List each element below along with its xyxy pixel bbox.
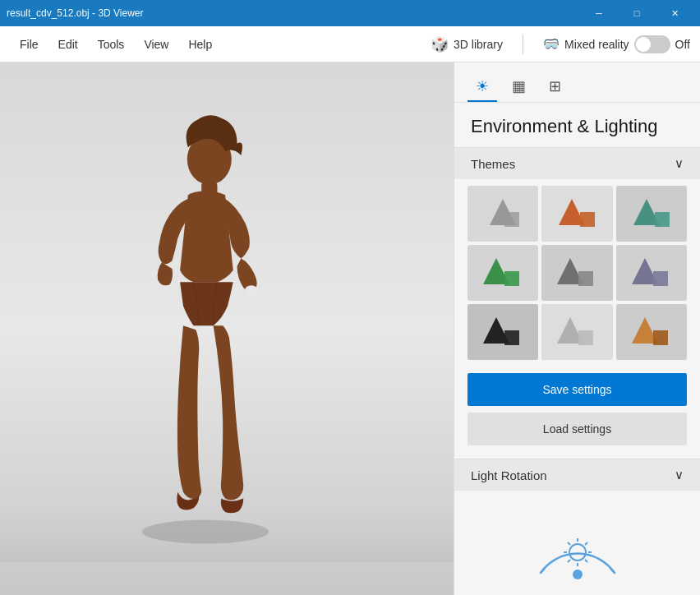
tab-lighting[interactable]: ☀ (467, 72, 497, 102)
menu-right-actions: 🎲 3D library 🥽 Mixed reality Off (431, 35, 690, 54)
svg-rect-13 (578, 271, 593, 286)
menu-edit[interactable]: Edit (48, 33, 88, 56)
minimize-button[interactable]: ─ (580, 0, 618, 26)
right-panel: ☀ ▦ ⊞ Environment & Lighting Themes ∨ (454, 62, 700, 595)
svg-line-31 (585, 542, 587, 545)
svg-line-30 (585, 560, 587, 562)
3d-library-label: 3D library (454, 38, 503, 51)
themes-section-header[interactable]: Themes ∨ (454, 147, 700, 179)
save-settings-button[interactable]: Save settings (467, 373, 687, 406)
svg-rect-7 (580, 212, 595, 227)
svg-rect-17 (504, 330, 519, 345)
svg-rect-9 (655, 212, 670, 227)
tab-grid[interactable]: ⊞ (540, 72, 569, 102)
theme-1[interactable] (467, 186, 538, 242)
mixed-reality-button[interactable]: 🥽 Mixed reality Off (543, 35, 690, 53)
theme-8-icon (555, 314, 598, 350)
menu-tools[interactable]: Tools (88, 33, 135, 56)
toggle-state-label: Off (675, 38, 690, 51)
mixed-reality-toggle[interactable] (634, 35, 670, 53)
theme-4[interactable] (467, 245, 538, 301)
theme-3-icon (630, 196, 673, 232)
theme-4-icon (481, 255, 524, 291)
theme-5[interactable] (541, 245, 612, 301)
mixed-reality-label: Mixed reality (564, 38, 629, 51)
close-button[interactable]: ✕ (656, 0, 693, 26)
stats-tab-icon: ▦ (512, 77, 526, 95)
window-title: result_cdv_512.obj - 3D Viewer (7, 7, 580, 19)
svg-rect-15 (653, 271, 668, 286)
menu-file[interactable]: File (10, 33, 48, 56)
theme-3[interactable] (616, 186, 687, 242)
mixed-reality-icon: 🥽 (543, 36, 560, 52)
3d-figure (66, 112, 345, 556)
tab-stats[interactable]: ▦ (504, 72, 533, 102)
theme-2-icon (555, 196, 598, 232)
env-lighting-title: Environment & Lighting (454, 103, 700, 147)
svg-rect-5 (504, 212, 519, 227)
svg-rect-19 (578, 330, 593, 345)
light-rotation-content (454, 491, 700, 595)
theme-2[interactable] (541, 186, 612, 242)
light-dial[interactable] (454, 491, 700, 589)
svg-point-24 (569, 544, 586, 560)
maximize-button[interactable]: □ (618, 0, 656, 26)
panel-content: Environment & Lighting Themes ∨ (454, 103, 700, 595)
menu-divider (523, 35, 523, 54)
light-rotation-section-header[interactable]: Light Rotation ∨ (454, 459, 700, 491)
svg-point-33 (573, 570, 583, 579)
theme-9[interactable] (616, 304, 687, 360)
figure-container (66, 112, 345, 556)
panel-tabs: ☀ ▦ ⊞ (454, 62, 700, 103)
menu-view[interactable]: View (134, 33, 178, 56)
svg-line-29 (568, 542, 570, 545)
grid-tab-icon: ⊞ (549, 77, 561, 95)
svg-point-3 (245, 285, 257, 295)
3d-library-button[interactable]: 🎲 3D library (431, 35, 503, 53)
menubar: File Edit Tools View Help 🎲 3D library 🥽… (0, 26, 700, 62)
svg-rect-21 (653, 330, 668, 345)
3d-viewport[interactable] (0, 62, 454, 595)
theme-6-icon (630, 255, 673, 291)
toggle-knob (636, 37, 651, 52)
theme-8[interactable] (541, 304, 612, 360)
light-dial-svg (528, 507, 627, 581)
theme-1-icon (481, 196, 524, 232)
floor-shadow (0, 513, 454, 562)
load-settings-button[interactable]: Load settings (467, 413, 687, 445)
theme-6[interactable] (616, 245, 687, 301)
main-area: ☀ ▦ ⊞ Environment & Lighting Themes ∨ (0, 62, 700, 595)
theme-5-icon (555, 255, 598, 291)
window-controls: ─ □ ✕ (580, 0, 693, 26)
svg-line-32 (568, 560, 570, 562)
theme-7[interactable] (467, 304, 538, 360)
lighting-tab-icon: ☀ (476, 77, 489, 95)
light-rotation-chevron-icon: ∨ (675, 468, 684, 482)
menu-help[interactable]: Help (178, 33, 222, 56)
theme-9-icon (630, 314, 673, 350)
titlebar: result_cdv_512.obj - 3D Viewer ─ □ ✕ (0, 0, 700, 26)
theme-7-icon (481, 314, 524, 350)
themes-grid (454, 179, 700, 367)
3d-library-icon: 🎲 (431, 35, 449, 53)
light-rotation-label: Light Rotation (471, 468, 547, 482)
themes-label: Themes (471, 157, 515, 171)
themes-chevron-icon: ∨ (675, 156, 684, 171)
svg-rect-11 (504, 271, 519, 286)
